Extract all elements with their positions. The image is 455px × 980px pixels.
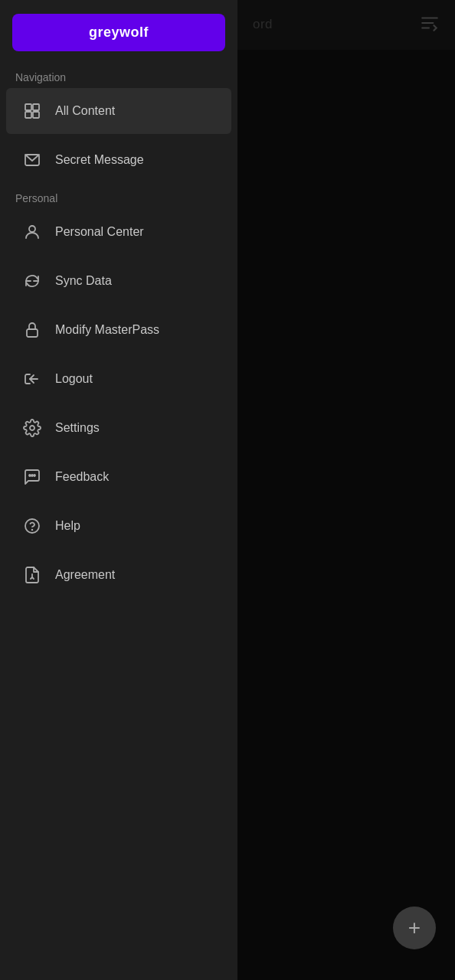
logout-icon xyxy=(21,368,43,390)
nav-item-sync-data[interactable]: Sync Data xyxy=(6,258,231,304)
agreement-icon xyxy=(21,564,43,586)
svg-point-13 xyxy=(31,475,33,476)
navigation-section-label: Navigation xyxy=(0,64,237,87)
nav-item-logout[interactable]: Logout xyxy=(6,356,231,402)
nav-item-secret-message[interactable]: Secret Message xyxy=(6,137,231,183)
svg-point-12 xyxy=(29,475,31,476)
nav-item-settings[interactable]: Settings xyxy=(6,405,231,451)
nav-item-modify-masterpass[interactable]: Modify MasterPass xyxy=(6,307,231,353)
svg-rect-4 xyxy=(33,104,39,110)
svg-rect-3 xyxy=(25,104,31,110)
username-button[interactable]: greywolf xyxy=(12,14,225,51)
navigation-drawer: greywolf Navigation All Content Secret M… xyxy=(0,0,237,980)
svg-point-14 xyxy=(34,475,35,476)
all-content-icon xyxy=(21,100,43,122)
nav-label-all-content: All Content xyxy=(55,104,115,118)
fab-plus-icon: + xyxy=(408,917,421,939)
nav-item-agreement[interactable]: Agreement xyxy=(6,552,231,598)
svg-point-8 xyxy=(29,226,35,232)
personal-section-label: Personal xyxy=(0,185,237,207)
nav-item-all-content[interactable]: All Content xyxy=(6,88,231,134)
svg-rect-5 xyxy=(25,112,31,118)
nav-item-help[interactable]: Help xyxy=(6,503,231,549)
help-icon xyxy=(21,515,43,537)
settings-icon xyxy=(21,417,43,439)
svg-point-11 xyxy=(30,426,34,430)
svg-rect-6 xyxy=(33,112,39,118)
nav-label-secret-message: Secret Message xyxy=(55,153,144,167)
nav-label-settings: Settings xyxy=(55,421,100,435)
nav-label-feedback: Feedback xyxy=(55,470,109,484)
nav-label-logout: Logout xyxy=(55,372,93,386)
nav-label-agreement: Agreement xyxy=(55,568,115,582)
nav-label-sync-data: Sync Data xyxy=(55,274,112,288)
secret-message-icon xyxy=(21,149,43,171)
nav-label-modify-masterpass: Modify MasterPass xyxy=(55,323,159,337)
svg-rect-9 xyxy=(27,329,38,337)
nav-item-personal-center[interactable]: Personal Center xyxy=(6,209,231,255)
modify-masterpass-icon xyxy=(21,319,43,341)
svg-point-15 xyxy=(25,519,39,533)
nav-label-personal-center: Personal Center xyxy=(55,225,144,239)
nav-item-feedback[interactable]: Feedback xyxy=(6,454,231,500)
nav-label-help: Help xyxy=(55,519,80,533)
feedback-icon xyxy=(21,466,43,488)
fab-add-button[interactable]: + xyxy=(393,906,436,949)
personal-center-icon xyxy=(21,221,43,243)
sync-data-icon xyxy=(21,270,43,292)
